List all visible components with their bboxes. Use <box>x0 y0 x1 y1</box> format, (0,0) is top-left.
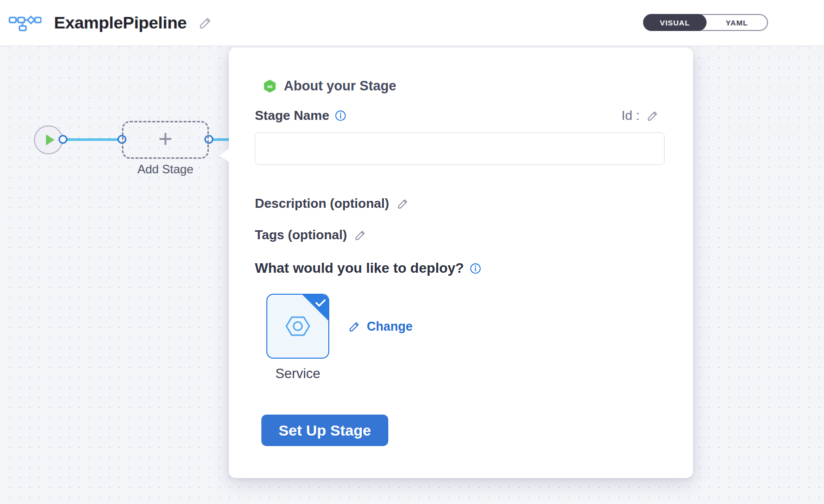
app-header: ExamplePipeline VISUAL YAML <box>0 0 824 46</box>
tags-row: Tags (optional) <box>255 227 367 243</box>
service-card-label: Service <box>260 366 335 382</box>
deploy-type-card-service[interactable] <box>266 294 329 359</box>
info-icon[interactable] <box>335 110 346 121</box>
pencil-icon <box>354 228 367 242</box>
deploy-question: What would you like to deploy? <box>255 260 464 276</box>
svg-text:∞: ∞ <box>267 82 273 90</box>
pencil-icon <box>348 320 361 333</box>
view-mode-toggle: VISUAL YAML <box>643 14 768 31</box>
panel-heading: About your Stage <box>284 78 396 94</box>
pencil-icon <box>646 109 660 122</box>
panel-callout-arrow <box>219 148 229 162</box>
add-stage-node[interactable]: + <box>122 121 209 159</box>
stage-name-input[interactable] <box>255 132 665 165</box>
deploy-stage-icon: ∞ <box>263 79 276 93</box>
tab-visual[interactable]: VISUAL <box>643 14 707 31</box>
stage-name-label: Stage Name <box>255 108 329 123</box>
tags-label: Tags (optional) <box>255 227 347 243</box>
change-deploy-type-button[interactable]: Change <box>348 319 413 334</box>
edit-description-button[interactable] <box>396 197 410 210</box>
deploy-question-row: What would you like to deploy? <box>255 260 481 276</box>
tab-yaml[interactable]: YAML <box>707 15 767 30</box>
play-icon <box>46 134 54 145</box>
edit-pipeline-name-button[interactable] <box>198 15 213 30</box>
stage-id-row: Id : <box>622 108 660 123</box>
add-stage-label: Add Stage <box>122 162 209 176</box>
about-stage-panel: ∞ About your Stage Stage Name Id : <box>229 47 693 478</box>
check-icon <box>315 299 326 307</box>
plus-icon: + <box>158 127 172 151</box>
edit-tags-button[interactable] <box>354 228 367 242</box>
stage-id-label: Id : <box>622 108 640 123</box>
page-title: ExamplePipeline <box>54 13 187 32</box>
stage-name-label-row: Stage Name <box>255 108 346 123</box>
pencil-icon <box>396 197 410 210</box>
set-up-stage-button[interactable]: Set Up Stage <box>261 415 388 446</box>
description-row: Description (optional) <box>255 196 410 211</box>
edit-id-button[interactable] <box>646 109 660 122</box>
panel-heading-row: ∞ About your Stage <box>263 78 396 94</box>
connector-port[interactable] <box>58 135 67 144</box>
connector-edge <box>66 138 120 141</box>
info-icon[interactable] <box>470 263 481 274</box>
change-label: Change <box>367 319 413 334</box>
pipeline-canvas[interactable]: + Add Stage ∞ About your Stage Stage Nam… <box>0 46 824 504</box>
pipeline-icon <box>8 14 41 31</box>
description-label: Description (optional) <box>255 196 389 211</box>
pencil-icon <box>198 15 213 30</box>
